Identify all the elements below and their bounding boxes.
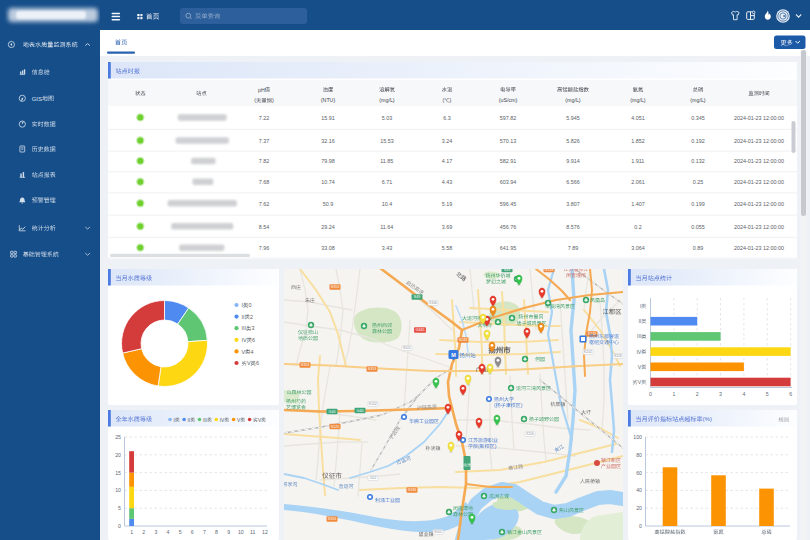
svg-text:582.91: 582.91 (500, 158, 517, 164)
svg-text:80: 80 (636, 452, 642, 458)
svg-text:11.64: 11.64 (380, 224, 393, 230)
svg-text:II: II (242, 314, 245, 320)
svg-text:6: 6 (789, 391, 792, 397)
svg-text:4: 4 (251, 349, 254, 355)
svg-text:(mg/L): (mg/L) (690, 97, 706, 103)
svg-text:2024-01-23 12:00:00: 2024-01-23 12:00:00 (734, 224, 784, 230)
svg-text:0.25: 0.25 (693, 179, 704, 185)
svg-text:(NTU): (NTU) (321, 97, 336, 103)
svg-text:2.061: 2.061 (631, 179, 645, 185)
svg-text:1.852: 1.852 (631, 138, 645, 144)
svg-text:2024-01-23 12:00:00: 2024-01-23 12:00:00 (734, 115, 784, 121)
svg-text:7.37: 7.37 (259, 138, 270, 144)
svg-text:7.62: 7.62 (259, 201, 270, 207)
svg-text:6: 6 (256, 360, 259, 366)
svg-text:): ) (272, 97, 274, 103)
svg-text:79.98: 79.98 (321, 158, 335, 164)
svg-text:15: 15 (115, 470, 121, 476)
svg-text:S356: S356 (328, 517, 336, 521)
svg-text:5.58: 5.58 (442, 245, 453, 251)
svg-text:456.76: 456.76 (500, 224, 517, 230)
svg-text:S243: S243 (459, 338, 467, 342)
svg-text:2: 2 (696, 391, 699, 397)
svg-text:20: 20 (636, 505, 642, 511)
svg-text:0: 0 (118, 523, 121, 529)
svg-text:X306: X306 (429, 301, 437, 305)
svg-text:9.914: 9.914 (566, 158, 580, 164)
svg-text:3.807: 3.807 (566, 201, 580, 207)
svg-text:IV: IV (242, 337, 247, 343)
svg-text:5.19: 5.19 (442, 201, 453, 207)
svg-text:I: I (640, 303, 641, 309)
svg-text:3.69: 3.69 (442, 224, 453, 230)
svg-text:5.945: 5.945 (566, 115, 580, 121)
svg-text:S501: S501 (403, 346, 411, 350)
svg-text:12: 12 (262, 529, 268, 535)
svg-text:II: II (638, 318, 641, 324)
svg-text:0.055: 0.055 (691, 224, 705, 230)
svg-text:S326: S326 (614, 354, 622, 358)
svg-text:3: 3 (719, 391, 722, 397)
svg-text:III: III (203, 418, 207, 423)
svg-text:5: 5 (766, 391, 769, 397)
svg-text:0.345: 0.345 (691, 115, 705, 121)
svg-text:8.54: 8.54 (259, 224, 270, 230)
svg-text:1: 1 (130, 529, 133, 535)
svg-text:15.53: 15.53 (380, 138, 394, 144)
svg-text:597.82: 597.82 (500, 115, 517, 121)
svg-text:6: 6 (191, 529, 194, 535)
svg-text:4.17: 4.17 (442, 158, 453, 164)
svg-text:603.94: 603.94 (500, 179, 517, 185)
svg-text:G328: G328 (545, 268, 554, 272)
svg-text:S353: S353 (301, 363, 309, 367)
svg-text:6: 6 (252, 337, 255, 343)
svg-text:15.91: 15.91 (321, 115, 335, 121)
svg-text:S336: S336 (408, 488, 416, 492)
svg-text:I: I (173, 418, 174, 423)
svg-text:3: 3 (251, 325, 254, 331)
svg-text:V: V (247, 360, 251, 366)
svg-text:50.9: 50.9 (323, 201, 334, 207)
svg-text:641.95: 641.95 (500, 245, 517, 251)
svg-text:2024-01-23 12:00:00: 2024-01-23 12:00:00 (734, 138, 784, 144)
svg-text:2024-01-23 12:00:00: 2024-01-23 12:00:00 (734, 158, 784, 164)
svg-text:29.24: 29.24 (321, 224, 335, 230)
svg-text:G40: G40 (329, 410, 336, 414)
svg-text:100: 100 (633, 434, 642, 440)
svg-text:5.03: 5.03 (382, 115, 393, 121)
svg-text:0.89: 0.89 (693, 245, 704, 251)
svg-text:3.064: 3.064 (631, 245, 645, 251)
svg-text:3.43: 3.43 (382, 245, 393, 251)
svg-text:S353: S353 (368, 367, 376, 371)
svg-text:V: V (638, 379, 642, 385)
svg-text:9: 9 (227, 529, 230, 535)
svg-text:7.68: 7.68 (259, 179, 270, 185)
svg-text:4: 4 (743, 391, 746, 397)
svg-text:S353: S353 (331, 285, 339, 289)
svg-text:4.051: 4.051 (631, 115, 645, 121)
svg-text:10: 10 (115, 487, 121, 493)
svg-text:II: II (188, 418, 191, 423)
svg-text:3: 3 (154, 529, 157, 535)
svg-text:25: 25 (115, 434, 121, 440)
svg-text:V: V (242, 349, 246, 355)
svg-text:S125: S125 (331, 425, 339, 429)
svg-text:S49: S49 (414, 295, 420, 299)
svg-text:(mg/L): (mg/L) (630, 97, 646, 103)
svg-text:8: 8 (215, 529, 218, 535)
svg-text:I202: I202 (370, 476, 377, 480)
svg-text:X001: X001 (434, 530, 442, 534)
svg-text:2024-01-23 12:00:00: 2024-01-23 12:00:00 (734, 179, 784, 185)
svg-text:2: 2 (142, 529, 145, 535)
svg-text:(: ( (443, 97, 445, 103)
svg-text:(: ( (254, 97, 256, 103)
svg-text:60: 60 (636, 470, 642, 476)
svg-text:4: 4 (167, 529, 170, 535)
svg-text:10.74: 10.74 (321, 179, 335, 185)
svg-text:6.566: 6.566 (566, 179, 580, 185)
svg-text:0.192: 0.192 (691, 138, 705, 144)
svg-text:0.132: 0.132 (691, 158, 705, 164)
svg-text:2: 2 (250, 314, 253, 320)
svg-text:4.43: 4.43 (442, 179, 453, 185)
svg-text:2024-01-23 12:00:00: 2024-01-23 12:00:00 (734, 245, 784, 251)
